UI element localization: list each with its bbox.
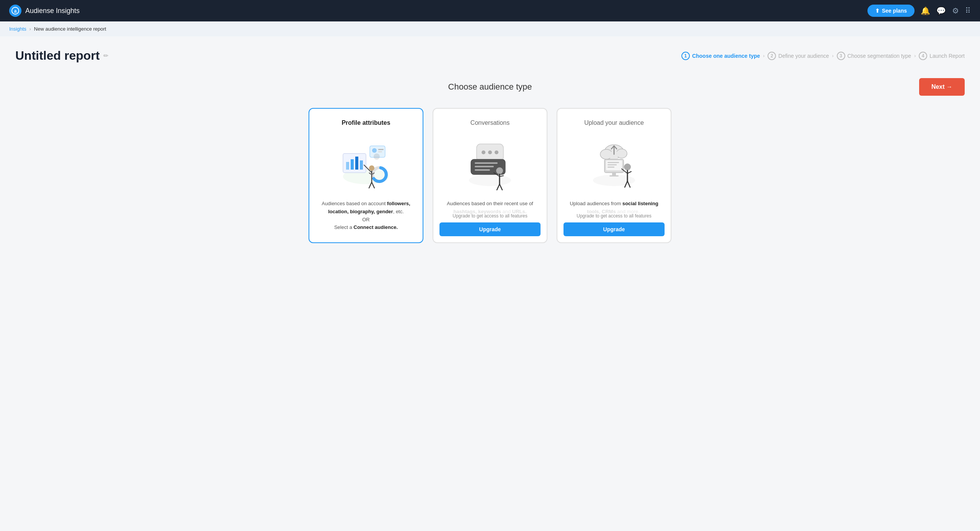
card-profile-illustration: [318, 132, 413, 194]
svg-point-9: [372, 148, 377, 153]
step-3-label: Choose segmentation type: [848, 53, 911, 59]
messages-icon[interactable]: 💬: [936, 6, 946, 15]
card-profile-attributes[interactable]: Profile attributes: [309, 108, 423, 243]
card-upload-illustration: [567, 132, 662, 194]
app-header: a Audiense Insights ⬆ See plans 🔔 💬 ⚙ ⠿: [0, 0, 980, 21]
card-upload-audience[interactable]: Upload your audience: [557, 108, 671, 243]
svg-rect-6: [355, 157, 358, 170]
see-plans-button[interactable]: ⬆ See plans: [867, 5, 915, 17]
app-title: Audiense Insights: [25, 7, 80, 15]
svg-rect-43: [608, 162, 619, 163]
card-conversations-illustration: [443, 132, 537, 194]
svg-point-24: [495, 150, 498, 154]
cards-row: Profile attributes: [15, 108, 965, 243]
step-4-number: 4: [919, 52, 927, 60]
card-conversations[interactable]: Conversations: [433, 108, 547, 243]
step-2-label: Define your audience: [778, 53, 829, 59]
see-plans-icon: ⬆: [875, 8, 880, 14]
svg-point-14: [374, 154, 380, 160]
svg-rect-26: [475, 162, 498, 164]
step-1-label: Choose one audience type: [692, 53, 760, 59]
svg-point-38: [616, 149, 627, 158]
section-title: Choose audience type: [332, 82, 648, 92]
step-arrow-1: ›: [763, 53, 764, 59]
step-3: 3 Choose segmentation type: [837, 52, 911, 60]
svg-point-22: [482, 150, 485, 154]
step-1: 1 Choose one audience type: [681, 52, 760, 60]
report-title-section: Untitled report ✏: [15, 49, 108, 63]
svg-rect-45: [608, 167, 614, 168]
svg-point-29: [496, 167, 503, 174]
see-plans-label: See plans: [882, 8, 907, 14]
svg-rect-46: [612, 173, 616, 176]
svg-rect-11: [378, 151, 382, 152]
conversations-upgrade-button[interactable]: Upgrade: [439, 222, 541, 236]
card-conversations-title: Conversations: [443, 119, 537, 126]
svg-point-16: [369, 165, 374, 171]
svg-rect-7: [360, 160, 363, 170]
header-right: ⬆ See plans 🔔 💬 ⚙ ⠿: [867, 5, 971, 17]
breadcrumb-current-page: New audience intelligence report: [34, 26, 106, 32]
report-title: Untitled report: [15, 49, 100, 63]
step-2: 2 Define your audience: [768, 52, 829, 60]
step-4: 4 Launch Report: [919, 52, 965, 60]
svg-point-20: [469, 175, 511, 186]
svg-rect-47: [609, 175, 619, 176]
main-section: Choose audience type Next → Profile attr…: [15, 78, 965, 243]
svg-point-48: [624, 163, 631, 170]
upload-upgrade-text: Upgrade to get access to all features: [564, 213, 665, 219]
card-profile-desc: Audiences based on account followers, lo…: [318, 200, 413, 232]
stepper: 1 Choose one audience type › 2 Define yo…: [681, 52, 965, 60]
svg-rect-5: [351, 159, 354, 170]
svg-text:a: a: [14, 8, 17, 14]
page-header-row: Untitled report ✏ 1 Choose one audience …: [15, 49, 965, 63]
upload-upgrade-overlay: Upgrade to get access to all features Up…: [557, 207, 671, 242]
svg-rect-10: [378, 149, 384, 150]
app-logo: a: [9, 5, 21, 17]
svg-rect-28: [475, 169, 490, 171]
conversations-upgrade-overlay: Upgrade to get access to all features Up…: [433, 207, 547, 242]
page-content: Untitled report ✏ 1 Choose one audience …: [0, 36, 980, 255]
card-profile-title: Profile attributes: [318, 119, 413, 126]
card-upload-title: Upload your audience: [567, 119, 662, 126]
edit-title-icon[interactable]: ✏: [103, 52, 108, 59]
header-left: a Audiense Insights: [9, 5, 80, 17]
step-4-label: Launch Report: [929, 53, 965, 59]
section-header: Choose audience type Next →: [15, 78, 965, 96]
svg-rect-27: [475, 166, 494, 167]
svg-rect-4: [346, 162, 349, 170]
svg-rect-44: [608, 164, 617, 165]
breadcrumb: Insights › New audience intelligence rep…: [0, 21, 980, 36]
conversations-upgrade-text: Upgrade to get access to all features: [439, 213, 541, 219]
step-3-number: 3: [837, 52, 845, 60]
next-button[interactable]: Next →: [919, 78, 965, 96]
breadcrumb-separator: ›: [29, 26, 31, 32]
step-arrow-3: ›: [914, 53, 916, 59]
notifications-icon[interactable]: 🔔: [921, 6, 930, 15]
step-arrow-2: ›: [832, 53, 834, 59]
svg-point-23: [488, 150, 492, 154]
step-1-number: 1: [681, 52, 690, 60]
step-2-number: 2: [768, 52, 776, 60]
breadcrumb-insights-link[interactable]: Insights: [9, 26, 26, 32]
upload-upgrade-button[interactable]: Upgrade: [564, 222, 665, 236]
grid-menu-icon[interactable]: ⠿: [965, 6, 971, 15]
settings-icon[interactable]: ⚙: [952, 6, 959, 15]
